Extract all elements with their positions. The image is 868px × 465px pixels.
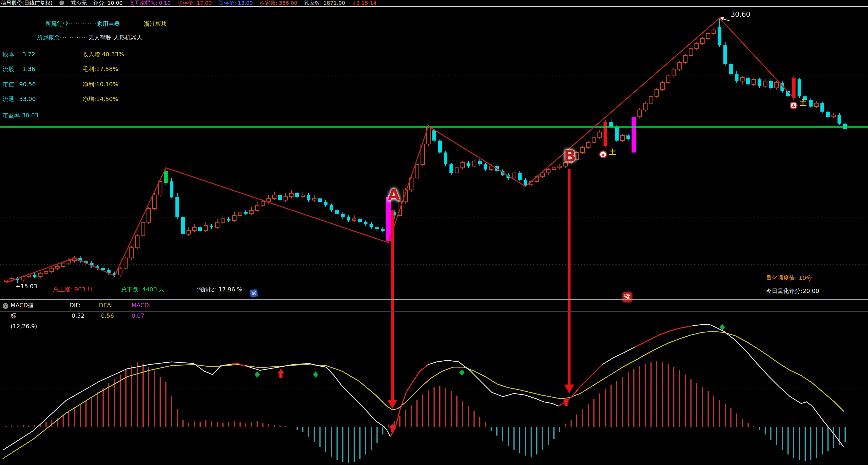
limit-up-label: 涨停价: 17.00	[178, 0, 212, 6]
macd-indicator-name[interactable]: MACD指标(12,26,9)	[10, 300, 37, 332]
row-value: 90.56	[19, 81, 36, 88]
quant-score: 今日量化评分:20.00	[766, 287, 819, 295]
decliners-label: 跌家数: 1871.00	[304, 0, 345, 6]
row-value: 33.00	[19, 96, 36, 102]
kline-style-icon[interactable]	[59, 1, 64, 5]
industry-label: 所属行业	[45, 21, 68, 27]
trading-terminal: 德昌股份(日线前复权) 裸K/无 评分: 10.00 高开涨幅%: 0.10 涨…	[0, 0, 868, 465]
peak-price-label: 30.60	[731, 10, 750, 19]
advancers-label: 涨家数: 386.00	[259, 0, 297, 6]
total-advancers: 总上涨: 963 只	[53, 286, 93, 293]
macd-value: MACD: 0.07	[131, 300, 151, 321]
row-label: 流通	[3, 96, 14, 102]
cai-float-icon[interactable]: 财	[250, 289, 257, 297]
dif-value: DIF: -0.52	[69, 300, 85, 321]
fundamental-row: 股本 3.72	[3, 51, 35, 58]
concept-value[interactable]: 无人驾驶 人形机器人	[88, 34, 142, 41]
up-arrow-icon: ▲	[601, 152, 605, 157]
main-force-icon: ▲	[789, 101, 798, 110]
gap-open-label: 高开涨幅%: 0.10	[129, 0, 171, 6]
row-value: 3.72	[22, 51, 35, 58]
panel-divider	[0, 299, 868, 300]
row-value: 1.36	[22, 66, 35, 72]
row-label: 流股	[3, 66, 14, 72]
row-label: 市值	[3, 81, 14, 88]
main-force-icon: ▲	[599, 150, 607, 158]
low-price-label: ←15.03	[16, 283, 37, 290]
quant-strength: 量化强度值: 10分	[766, 274, 812, 282]
industry-value[interactable]: 家用电器	[97, 21, 120, 27]
fundamental-row: 流股 1.36	[3, 65, 35, 73]
limit-down-label: 跌停价: 13.00	[219, 0, 253, 6]
fundamental-right: 净利:10.10%	[83, 81, 118, 88]
dea-value: DEA: -0.56	[99, 300, 114, 321]
title-bar: 德昌股份(日线前复权) 裸K/无 评分: 10.00 高开涨幅%: 0.10 涨…	[0, 0, 868, 7]
row-label: 股本	[3, 51, 14, 58]
fundamental-row: 流通 33.00	[3, 95, 36, 103]
board-value[interactable]: 浙江板块	[144, 21, 167, 27]
zhang-float-icon[interactable]: 涨	[623, 292, 632, 302]
pe-label: 市盈率:30.03	[3, 112, 38, 119]
total-decliners: 总下跌: 4400 只	[121, 286, 164, 293]
fundamental-right: 收入增:40.33%	[83, 51, 124, 58]
titlebar-extra: ↓3 15:14	[352, 0, 377, 6]
fundamental-right: 净增:14.50%	[83, 95, 118, 103]
signal-b-label: B	[564, 147, 576, 165]
advance-decline-ratio: 涨跌比: 17.96 %	[197, 286, 242, 293]
up-arrow-icon: ▲	[792, 103, 795, 108]
collapse-indicator-icon[interactable]: v	[3, 303, 8, 309]
main-force-label: 主	[800, 98, 806, 108]
signal-a-label: A	[388, 186, 400, 204]
score-label: 评分: 10.00	[94, 0, 123, 6]
macd-header-divider	[0, 311, 868, 312]
concept-label: 所属概念	[37, 34, 60, 41]
fundamental-row: 市值 90.56	[3, 81, 36, 88]
window-title: 德昌股份(日线前复权)	[1, 0, 53, 6]
industry-line: 所属行业············家用电器 浙江板块	[45, 20, 167, 28]
main-force-label: 主	[609, 147, 616, 157]
fundamental-right: 毛利:17.58%	[83, 65, 118, 73]
main-chart-canvas[interactable]	[0, 0, 868, 465]
kline-mode-label: 裸K/无	[71, 0, 87, 6]
concept-line: 所属概念············无人驾驶 人形机器人	[37, 34, 142, 41]
